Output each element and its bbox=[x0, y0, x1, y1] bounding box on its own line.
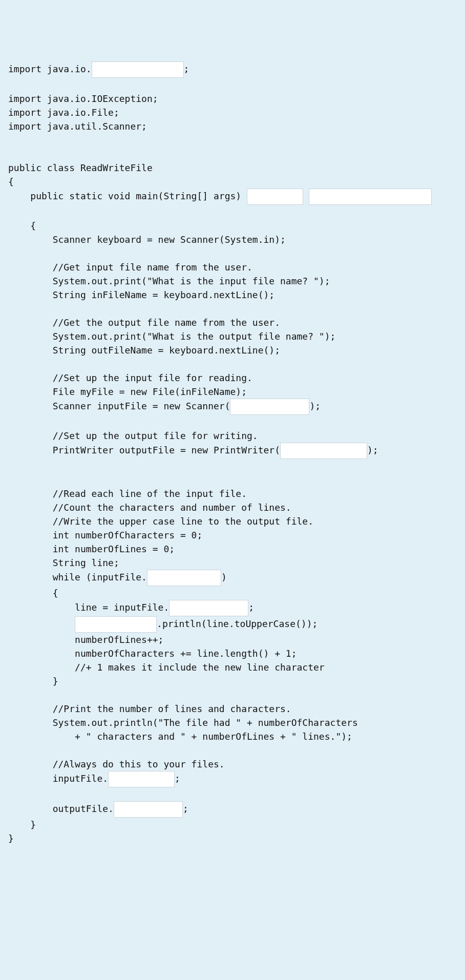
code-text: String inFileName = keyboard.nextLine(); bbox=[8, 289, 274, 300]
code-text: //Count the characters and number of lin… bbox=[8, 502, 291, 513]
code-text: ); bbox=[309, 401, 321, 411]
code-text: Scanner inputFile = new Scanner( bbox=[8, 401, 230, 411]
blank-output-object[interactable] bbox=[75, 616, 157, 633]
code-text: .println(line.toUpperCase()); bbox=[157, 618, 318, 629]
code-text: int numberOfCharacters = 0; bbox=[8, 530, 202, 540]
code-text: import java.io. bbox=[8, 64, 92, 74]
code-text: } bbox=[8, 819, 36, 830]
code-text: + " characters and " + numberOfLines + "… bbox=[8, 731, 352, 742]
code-text: Scanner keyboard = new Scanner(System.in… bbox=[8, 234, 286, 245]
code-text: ) bbox=[221, 572, 227, 582]
code-text: //Print the number of lines and characte… bbox=[8, 703, 291, 714]
code-text: PrintWriter outputFile = new PrintWriter… bbox=[8, 445, 280, 455]
blank-printwriter-arg[interactable] bbox=[280, 443, 367, 459]
code-text: //Always do this to your files. bbox=[8, 759, 225, 769]
code-text: } bbox=[8, 676, 58, 686]
code-text bbox=[8, 618, 75, 629]
code-text: String outFileName = keyboard.nextLine()… bbox=[8, 345, 280, 356]
blank-throws-keyword[interactable] bbox=[247, 189, 303, 205]
code-text: ; bbox=[248, 602, 254, 613]
code-text: } bbox=[8, 833, 14, 844]
code-text: //Read each line of the input file. bbox=[8, 488, 247, 499]
blank-import-class[interactable] bbox=[92, 61, 184, 78]
code-text: line = inputFile. bbox=[8, 602, 169, 613]
code-text: numberOfLines++; bbox=[8, 634, 163, 645]
blank-exception-type[interactable] bbox=[309, 189, 432, 205]
code-text: import java.util.Scanner; bbox=[8, 121, 147, 132]
blank-close-input[interactable] bbox=[108, 771, 175, 787]
code-text: //Get the output file name from the user… bbox=[8, 317, 280, 328]
blank-read-line[interactable] bbox=[169, 600, 248, 616]
code-text: int numberOfLines = 0; bbox=[8, 544, 175, 554]
code-text: ; bbox=[184, 64, 189, 74]
code-text: numberOfCharacters += line.length() + 1; bbox=[8, 648, 297, 659]
code-text: public static void main(String[] args) bbox=[8, 191, 247, 201]
code-fill-exercise: import java.io.; import java.io.IOExcept… bbox=[8, 61, 457, 845]
code-text: while (inputFile. bbox=[8, 572, 147, 582]
code-text: import java.io.IOException; bbox=[8, 93, 158, 104]
blank-scanner-arg[interactable] bbox=[230, 399, 309, 415]
code-text: //Write the upper case line to the outpu… bbox=[8, 516, 313, 527]
code-text: System.out.print("What is the output fil… bbox=[8, 331, 335, 342]
code-text: inputFile. bbox=[8, 773, 108, 784]
code-text: String line; bbox=[8, 557, 119, 568]
blank-while-condition[interactable] bbox=[147, 570, 221, 586]
code-text: { bbox=[8, 588, 58, 598]
code-text: //Get input file name from the user. bbox=[8, 262, 252, 273]
blank-close-output[interactable] bbox=[114, 801, 183, 818]
code-text: System.out.println("The file had " + num… bbox=[8, 717, 358, 728]
code-text: File myFile = new File(inFileName); bbox=[8, 386, 247, 397]
code-text: //+ 1 makes it include the new line char… bbox=[8, 662, 325, 673]
code-text: { bbox=[8, 176, 14, 187]
code-text: ; bbox=[183, 803, 188, 814]
code-text: ); bbox=[367, 445, 378, 455]
code-text: ; bbox=[175, 773, 180, 784]
code-text: System.out.print("What is the input file… bbox=[8, 276, 330, 286]
code-text: outputFile. bbox=[8, 803, 114, 814]
code-text: { bbox=[8, 220, 36, 231]
code-text: public class ReadWriteFile bbox=[8, 162, 153, 173]
code-text: //Set up the output file for writing. bbox=[8, 430, 258, 441]
code-text: //Set up the input file for reading. bbox=[8, 372, 252, 383]
code-text bbox=[303, 191, 309, 201]
code-text: import java.io.File; bbox=[8, 107, 119, 118]
